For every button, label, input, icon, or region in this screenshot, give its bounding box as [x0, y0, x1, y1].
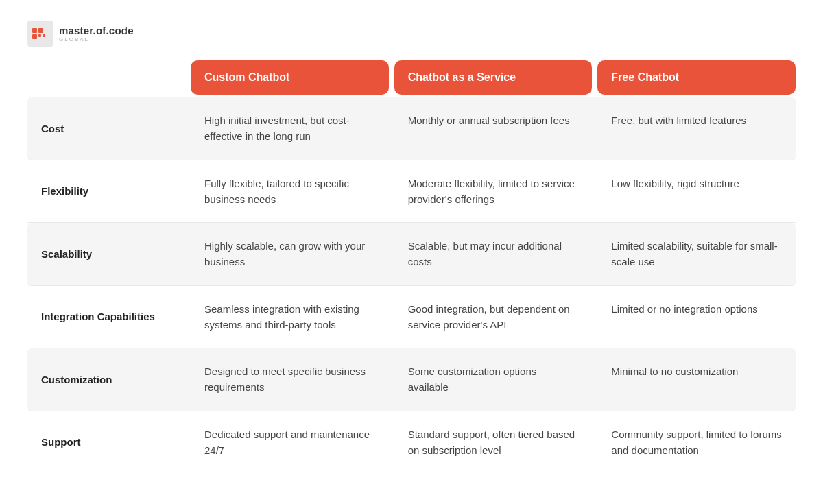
logo-name: master.of.code: [59, 25, 134, 36]
row-label-cost: Cost: [27, 97, 185, 160]
col-header-custom: Custom Chatbot: [191, 60, 389, 95]
th-empty: [27, 60, 185, 95]
row-cell-support-saas: Standard support, often tiered based on …: [394, 411, 593, 474]
row-label-support: Support: [27, 411, 185, 474]
row-label-flexibility: Flexibility: [27, 160, 185, 223]
table-body: Cost High initial investment, but cost-e…: [27, 97, 796, 473]
svg-rect-0: [32, 28, 37, 33]
row-cell-support-custom: Dedicated support and maintenance 24/7: [191, 411, 389, 474]
row-cell-flexibility-free: Low flexibility, rigid structure: [597, 160, 796, 223]
svg-rect-2: [32, 34, 37, 39]
svg-rect-4: [43, 34, 45, 37]
row-cell-cost-saas: Monthly or annual subscription fees: [394, 97, 593, 160]
row-cell-integration-custom: Seamless integration with existing syste…: [191, 286, 389, 348]
table-header-row: Custom Chatbot Chatbot as a Service Free…: [27, 60, 796, 95]
row-customization: Customization Designed to meet specific …: [27, 348, 796, 411]
row-label-scalability: Scalability: [27, 223, 185, 285]
row-cell-integration-saas: Good integration, but dependent on servi…: [394, 286, 593, 348]
row-cell-integration-free: Limited or no integration options: [597, 286, 796, 348]
logo-subtext: GLOBAL: [59, 36, 134, 43]
logo-text-block: master.of.code GLOBAL: [59, 25, 134, 43]
row-label-integration: Integration Capabilities: [27, 286, 185, 348]
logo-icon: [27, 21, 53, 47]
row-cell-flexibility-saas: Moderate flexibility, limited to service…: [394, 160, 593, 223]
row-cell-support-free: Community support, limited to forums and…: [597, 411, 796, 474]
row-cell-customization-free: Minimal to no customization: [597, 348, 796, 411]
row-scalability: Scalability Highly scalable, can grow wi…: [27, 223, 796, 286]
col-header-saas: Chatbot as a Service: [394, 60, 593, 95]
svg-rect-1: [38, 28, 43, 33]
row-cost: Cost High initial investment, but cost-e…: [27, 97, 796, 160]
page-wrapper: master.of.code GLOBAL Custom Chatbot Cha…: [0, 0, 823, 504]
row-support: Support Dedicated support and maintenanc…: [27, 411, 796, 474]
row-integration: Integration Capabilities Seamless integr…: [27, 286, 796, 349]
row-flexibility: Flexibility Fully flexible, tailored to …: [27, 160, 796, 224]
header: master.of.code GLOBAL: [27, 21, 796, 47]
row-label-customization: Customization: [27, 348, 185, 411]
svg-rect-3: [38, 34, 41, 37]
row-cell-scalability-saas: Scalable, but may incur additional costs: [394, 223, 593, 285]
row-cell-flexibility-custom: Fully flexible, tailored to specific bus…: [191, 160, 389, 223]
row-cell-customization-custom: Designed to meet specific business requi…: [191, 348, 389, 411]
row-cell-scalability-free: Limited scalability, suitable for small-…: [597, 223, 796, 285]
row-cell-customization-saas: Some customization options available: [394, 348, 593, 411]
row-cell-cost-free: Free, but with limited features: [597, 97, 796, 160]
row-cell-scalability-custom: Highly scalable, can grow with your busi…: [191, 223, 389, 285]
logo-area: master.of.code GLOBAL: [27, 21, 219, 47]
col-header-free: Free Chatbot: [597, 60, 796, 95]
row-cell-cost-custom: High initial investment, but cost-effect…: [191, 97, 389, 160]
comparison-table: Custom Chatbot Chatbot as a Service Free…: [27, 60, 796, 473]
